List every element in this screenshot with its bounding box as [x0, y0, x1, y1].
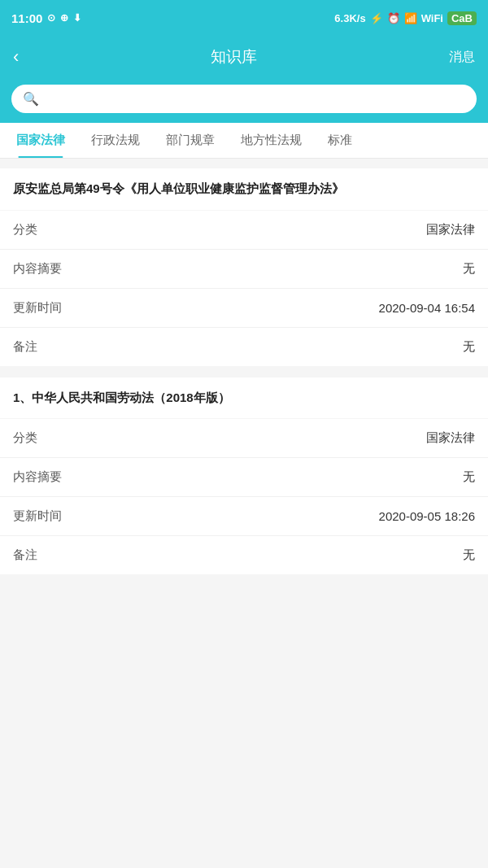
value-summary-2: 无	[463, 469, 475, 485]
label-remark: 备注	[13, 339, 37, 355]
signal-icon: 📶	[404, 12, 417, 24]
label-category: 分类	[13, 222, 37, 238]
status-bar: 11:00 ⊙ ⊕ ⬇ 6.3K/s ⚡ ⏰ 📶 WiFi CaB	[0, 0, 488, 36]
value-category-2: 国家法律	[426, 430, 475, 446]
card-2-row-updated: 更新时间 2020-09-05 18:26	[0, 497, 488, 536]
card-2-body: 分类 国家法律 内容摘要 无 更新时间 2020-09-05 18:26 备注 …	[0, 419, 488, 574]
search-container: 🔍	[0, 78, 488, 123]
card-1-title[interactable]: 原安监总局第49号令《用人单位职业健康监护监督管理办法》	[0, 168, 488, 210]
content-area: 原安监总局第49号令《用人单位职业健康监护监督管理办法》 分类 国家法律 内容摘…	[0, 159, 488, 595]
value-remark: 无	[463, 339, 475, 355]
value-summary: 无	[463, 261, 475, 277]
value-updated-2: 2020-09-05 18:26	[379, 509, 475, 523]
tabs-bar: 国家法律 行政法规 部门规章 地方性法规 标准	[0, 123, 488, 159]
card-1-body: 分类 国家法律 内容摘要 无 更新时间 2020-09-04 16:54 备注 …	[0, 211, 488, 366]
header: ‹ 知识库 消息	[0, 36, 488, 78]
tab-admin-regulation[interactable]: 行政法规	[78, 123, 153, 158]
card-1: 原安监总局第49号令《用人单位职业健康监护监督管理办法》 分类 国家法律 内容摘…	[0, 168, 488, 366]
value-updated: 2020-09-04 16:54	[379, 301, 475, 315]
card-2-row-remark: 备注 无	[0, 536, 488, 574]
back-button[interactable]: ‹	[13, 46, 19, 68]
card-1-row-summary: 内容摘要 无	[0, 250, 488, 289]
card-2-row-category: 分类 国家法律	[0, 419, 488, 458]
tab-local-law[interactable]: 地方性法规	[228, 123, 315, 158]
label-remark-2: 备注	[13, 547, 37, 563]
flash-icon: ⚡	[370, 12, 383, 24]
icon-signal1: ⊙	[47, 12, 55, 24]
status-right: 6.3K/s ⚡ ⏰ 📶 WiFi CaB	[334, 11, 477, 25]
card-2: 1、中华人民共和国劳动法（2018年版） 分类 国家法律 内容摘要 无 更新时间…	[0, 377, 488, 575]
value-remark-2: 无	[463, 547, 475, 563]
icon-download: ⬇	[73, 12, 81, 24]
wifi-icon: WiFi	[421, 12, 443, 24]
search-input[interactable]	[46, 92, 465, 106]
tab-standard[interactable]: 标准	[315, 123, 365, 158]
status-left: 11:00 ⊙ ⊕ ⬇	[11, 11, 81, 25]
page-title: 知识库	[211, 46, 257, 68]
battery-badge: CaB	[447, 11, 477, 25]
label-summary: 内容摘要	[13, 261, 62, 277]
label-updated: 更新时间	[13, 300, 62, 316]
label-updated-2: 更新时间	[13, 508, 62, 524]
card-1-row-updated: 更新时间 2020-09-04 16:54	[0, 289, 488, 328]
card-1-row-remark: 备注 无	[0, 328, 488, 366]
value-category: 国家法律	[426, 222, 475, 238]
card-2-row-summary: 内容摘要 无	[0, 458, 488, 497]
card-2-title[interactable]: 1、中华人民共和国劳动法（2018年版）	[0, 377, 488, 419]
tab-national-law[interactable]: 国家法律	[3, 123, 78, 158]
alarm-icon: ⏰	[387, 12, 400, 24]
status-time: 11:00	[11, 11, 42, 25]
card-1-row-category: 分类 国家法律	[0, 211, 488, 250]
message-button[interactable]: 消息	[449, 49, 475, 66]
tab-dept-rules[interactable]: 部门规章	[153, 123, 228, 158]
search-box: 🔍	[11, 85, 477, 113]
label-category-2: 分类	[13, 430, 37, 446]
search-icon: 🔍	[23, 91, 39, 107]
icon-signal2: ⊕	[60, 12, 68, 24]
label-summary-2: 内容摘要	[13, 469, 62, 485]
network-speed: 6.3K/s	[334, 12, 365, 24]
